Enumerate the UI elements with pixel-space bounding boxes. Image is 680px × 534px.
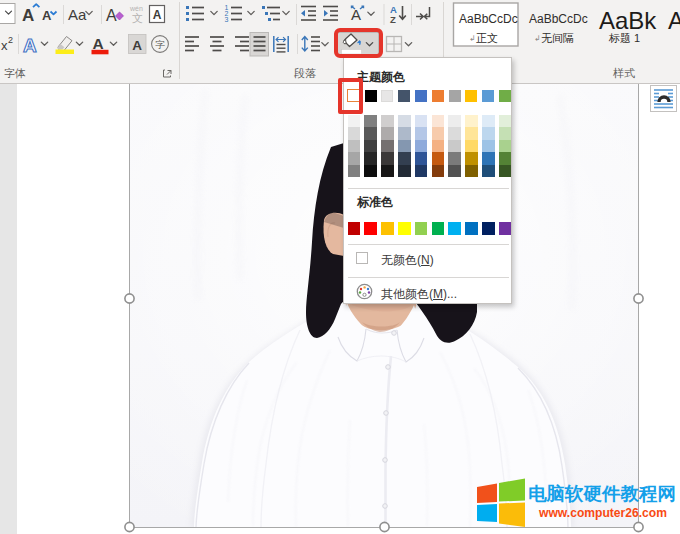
svg-text:A: A <box>93 35 104 52</box>
svg-text:电脑软硬件教程网: 电脑软硬件教程网 <box>528 483 676 504</box>
svg-text:字体: 字体 <box>4 67 26 79</box>
svg-text:AaBbCcDc: AaBbCcDc <box>529 12 588 26</box>
svg-text:A: A <box>22 6 34 25</box>
svg-text:2: 2 <box>8 35 13 45</box>
svg-text:A: A <box>23 35 37 56</box>
svg-text:A: A <box>106 7 117 24</box>
svg-text:Z: Z <box>390 14 396 25</box>
svg-text:段落: 段落 <box>294 67 316 79</box>
svg-text:无间隔: 无间隔 <box>541 32 574 44</box>
svg-text:AaBk: AaBk <box>599 7 657 34</box>
svg-text:样式: 样式 <box>613 67 635 79</box>
svg-text:字: 字 <box>156 39 166 50</box>
svg-text:A: A <box>42 8 52 23</box>
svg-text:文: 文 <box>132 12 143 24</box>
svg-text:A: A <box>132 38 142 53</box>
svg-text:正文: 正文 <box>476 32 498 44</box>
svg-text:3: 3 <box>225 16 229 23</box>
svg-text:A: A <box>668 7 680 34</box>
svg-text:www.computer26.com: www.computer26.com <box>538 505 667 520</box>
svg-text:↲: ↲ <box>534 34 541 43</box>
svg-text:A: A <box>153 8 162 22</box>
svg-text:Aa: Aa <box>68 6 87 23</box>
svg-text:wén: wén <box>129 5 143 12</box>
svg-text:x: x <box>1 38 8 53</box>
svg-text:标题 1: 标题 1 <box>608 32 640 44</box>
svg-text:AaBbCcDc: AaBbCcDc <box>459 12 518 26</box>
svg-text:↲: ↲ <box>469 34 476 43</box>
svg-text:A: A <box>351 6 361 23</box>
